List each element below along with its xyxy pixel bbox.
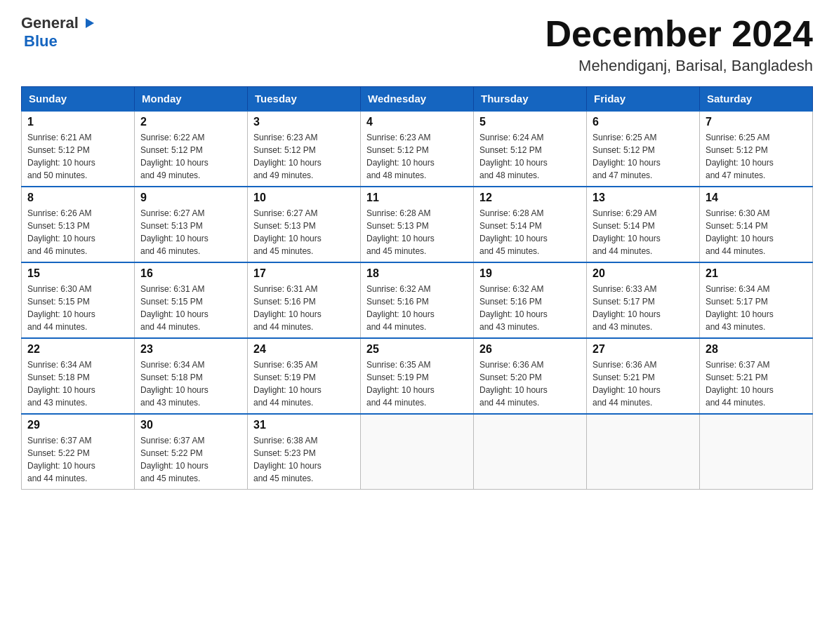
day-info: Sunrise: 6:24 AMSunset: 5:12 PMDaylight:… — [479, 131, 581, 182]
day-number: 25 — [366, 343, 468, 356]
day-info: Sunrise: 6:35 AMSunset: 5:19 PMDaylight:… — [366, 358, 468, 409]
logo-triangle-icon — [80, 15, 95, 31]
day-number: 6 — [593, 116, 694, 128]
calendar-cell: 4Sunrise: 6:23 AMSunset: 5:12 PMDaylight… — [361, 111, 474, 187]
page-header: General Blue December 2024 Mehendiganj, … — [21, 14, 813, 75]
logo: General Blue — [21, 14, 95, 51]
svg-marker-0 — [86, 18, 94, 28]
day-number: 8 — [27, 192, 128, 204]
calendar-cell: 10Sunrise: 6:27 AMSunset: 5:13 PMDayligh… — [248, 187, 361, 262]
day-info: Sunrise: 6:32 AMSunset: 5:16 PMDaylight:… — [366, 283, 468, 333]
day-info: Sunrise: 6:28 AMSunset: 5:14 PMDaylight:… — [479, 207, 581, 257]
calendar-cell: 13Sunrise: 6:29 AMSunset: 5:14 PMDayligh… — [587, 187, 700, 262]
day-number: 27 — [593, 343, 694, 356]
title-block: December 2024 Mehendiganj, Barisal, Bang… — [545, 14, 813, 75]
day-info: Sunrise: 6:21 AMSunset: 5:12 PMDaylight:… — [27, 131, 128, 182]
day-info: Sunrise: 6:23 AMSunset: 5:12 PMDaylight:… — [253, 131, 355, 182]
day-number: 28 — [706, 343, 807, 356]
day-info: Sunrise: 6:23 AMSunset: 5:12 PMDaylight:… — [366, 131, 468, 182]
calendar-cell: 17Sunrise: 6:31 AMSunset: 5:16 PMDayligh… — [248, 262, 361, 338]
col-sunday: Sunday — [22, 87, 135, 112]
calendar-cell: 21Sunrise: 6:34 AMSunset: 5:17 PMDayligh… — [700, 262, 813, 338]
day-info: Sunrise: 6:27 AMSunset: 5:13 PMDaylight:… — [140, 207, 241, 257]
day-number: 4 — [366, 116, 468, 128]
calendar-cell: 9Sunrise: 6:27 AMSunset: 5:13 PMDaylight… — [135, 187, 248, 262]
calendar-week-row-3: 15Sunrise: 6:30 AMSunset: 5:15 PMDayligh… — [22, 262, 813, 338]
day-info: Sunrise: 6:25 AMSunset: 5:12 PMDaylight:… — [593, 131, 694, 182]
logo-blue-text: Blue — [24, 32, 58, 50]
day-number: 13 — [593, 192, 694, 204]
day-number: 23 — [140, 343, 241, 356]
day-info: Sunrise: 6:34 AMSunset: 5:17 PMDaylight:… — [706, 283, 807, 333]
calendar-cell: 14Sunrise: 6:30 AMSunset: 5:14 PMDayligh… — [700, 187, 813, 262]
day-number: 22 — [27, 343, 128, 356]
day-info: Sunrise: 6:36 AMSunset: 5:21 PMDaylight:… — [593, 358, 694, 409]
day-info: Sunrise: 6:35 AMSunset: 5:19 PMDaylight:… — [253, 358, 355, 409]
calendar-cell: 1Sunrise: 6:21 AMSunset: 5:12 PMDaylight… — [22, 111, 135, 187]
calendar-cell — [700, 414, 813, 490]
calendar-cell: 28Sunrise: 6:37 AMSunset: 5:21 PMDayligh… — [700, 338, 813, 414]
calendar-cell: 25Sunrise: 6:35 AMSunset: 5:19 PMDayligh… — [361, 338, 474, 414]
day-number: 26 — [479, 343, 581, 356]
day-info: Sunrise: 6:38 AMSunset: 5:23 PMDaylight:… — [253, 434, 355, 485]
calendar-week-row-2: 8Sunrise: 6:26 AMSunset: 5:13 PMDaylight… — [22, 187, 813, 262]
day-info: Sunrise: 6:29 AMSunset: 5:14 PMDaylight:… — [593, 207, 694, 257]
calendar-cell — [474, 414, 587, 490]
calendar-cell: 5Sunrise: 6:24 AMSunset: 5:12 PMDaylight… — [474, 111, 587, 187]
col-tuesday: Tuesday — [248, 87, 361, 112]
day-info: Sunrise: 6:31 AMSunset: 5:16 PMDaylight:… — [253, 283, 355, 333]
day-number: 21 — [706, 267, 807, 280]
day-info: Sunrise: 6:36 AMSunset: 5:20 PMDaylight:… — [479, 358, 581, 409]
day-number: 5 — [479, 116, 581, 128]
page-title: December 2024 — [545, 14, 813, 54]
calendar-cell: 30Sunrise: 6:37 AMSunset: 5:22 PMDayligh… — [135, 414, 248, 490]
day-info: Sunrise: 6:30 AMSunset: 5:14 PMDaylight:… — [706, 207, 807, 257]
calendar-cell: 31Sunrise: 6:38 AMSunset: 5:23 PMDayligh… — [248, 414, 361, 490]
day-number: 29 — [27, 419, 128, 431]
calendar-cell: 3Sunrise: 6:23 AMSunset: 5:12 PMDaylight… — [248, 111, 361, 187]
day-info: Sunrise: 6:37 AMSunset: 5:22 PMDaylight:… — [140, 434, 241, 485]
day-number: 17 — [253, 267, 355, 280]
col-wednesday: Wednesday — [361, 87, 474, 112]
col-monday: Monday — [135, 87, 248, 112]
calendar-week-row-4: 22Sunrise: 6:34 AMSunset: 5:18 PMDayligh… — [22, 338, 813, 414]
day-number: 3 — [253, 116, 355, 128]
calendar-cell: 6Sunrise: 6:25 AMSunset: 5:12 PMDaylight… — [587, 111, 700, 187]
day-number: 19 — [479, 267, 581, 280]
day-info: Sunrise: 6:37 AMSunset: 5:21 PMDaylight:… — [706, 358, 807, 409]
day-number: 18 — [366, 267, 468, 280]
calendar-cell — [587, 414, 700, 490]
calendar-cell: 18Sunrise: 6:32 AMSunset: 5:16 PMDayligh… — [361, 262, 474, 338]
day-info: Sunrise: 6:34 AMSunset: 5:18 PMDaylight:… — [27, 358, 128, 409]
calendar-cell: 29Sunrise: 6:37 AMSunset: 5:22 PMDayligh… — [22, 414, 135, 490]
day-number: 9 — [140, 192, 241, 204]
day-info: Sunrise: 6:26 AMSunset: 5:13 PMDaylight:… — [27, 207, 128, 257]
calendar-cell — [361, 414, 474, 490]
page-subtitle: Mehendiganj, Barisal, Bangladesh — [545, 57, 813, 75]
day-number: 1 — [27, 116, 128, 128]
calendar-cell: 16Sunrise: 6:31 AMSunset: 5:15 PMDayligh… — [135, 262, 248, 338]
calendar-cell: 20Sunrise: 6:33 AMSunset: 5:17 PMDayligh… — [587, 262, 700, 338]
col-saturday: Saturday — [700, 87, 813, 112]
day-number: 14 — [706, 192, 807, 204]
calendar-header-row: Sunday Monday Tuesday Wednesday Thursday… — [22, 87, 813, 112]
col-thursday: Thursday — [474, 87, 587, 112]
logo-general-text: General — [21, 14, 79, 32]
calendar-cell: 8Sunrise: 6:26 AMSunset: 5:13 PMDaylight… — [22, 187, 135, 262]
calendar-cell: 27Sunrise: 6:36 AMSunset: 5:21 PMDayligh… — [587, 338, 700, 414]
day-info: Sunrise: 6:31 AMSunset: 5:15 PMDaylight:… — [140, 283, 241, 333]
calendar-cell: 12Sunrise: 6:28 AMSunset: 5:14 PMDayligh… — [474, 187, 587, 262]
calendar-cell: 2Sunrise: 6:22 AMSunset: 5:12 PMDaylight… — [135, 111, 248, 187]
day-number: 31 — [253, 419, 355, 431]
day-number: 20 — [593, 267, 694, 280]
day-number: 2 — [140, 116, 241, 128]
calendar-cell: 11Sunrise: 6:28 AMSunset: 5:13 PMDayligh… — [361, 187, 474, 262]
day-info: Sunrise: 6:34 AMSunset: 5:18 PMDaylight:… — [140, 358, 241, 409]
day-number: 7 — [706, 116, 807, 128]
col-friday: Friday — [587, 87, 700, 112]
calendar-cell: 7Sunrise: 6:25 AMSunset: 5:12 PMDaylight… — [700, 111, 813, 187]
day-info: Sunrise: 6:30 AMSunset: 5:15 PMDaylight:… — [27, 283, 128, 333]
day-number: 24 — [253, 343, 355, 356]
calendar-table: Sunday Monday Tuesday Wednesday Thursday… — [21, 86, 813, 490]
calendar-cell: 24Sunrise: 6:35 AMSunset: 5:19 PMDayligh… — [248, 338, 361, 414]
